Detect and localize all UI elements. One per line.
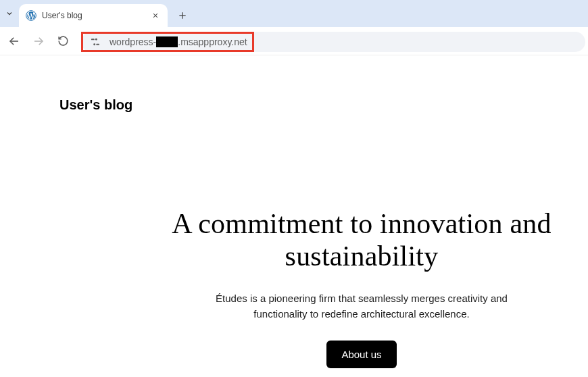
- svg-point-8: [95, 38, 97, 40]
- back-button[interactable]: [3, 30, 26, 53]
- browser-tab[interactable]: User's blog: [19, 4, 168, 27]
- url-text: wordpress-.msappproxy.net: [109, 36, 247, 47]
- hero-subtitle: Études is a pioneering firm that seamles…: [135, 291, 588, 322]
- url-redacted: [156, 36, 178, 47]
- browser-toolbar: wordpress-.msappproxy.net: [0, 27, 588, 55]
- site-controls-icon[interactable]: [89, 36, 101, 48]
- hero-section: A commitment to innovation and sustainab…: [0, 113, 588, 368]
- close-tab-icon[interactable]: [150, 10, 161, 21]
- svg-rect-9: [96, 43, 99, 45]
- hero-sub-line2: functionality to redefine architectural …: [253, 308, 469, 320]
- hero-heading: A commitment to innovation and sustainab…: [135, 207, 588, 273]
- wordpress-icon: [26, 10, 36, 21]
- url-prefix: wordpress-: [109, 36, 156, 47]
- about-us-button[interactable]: About us: [326, 341, 396, 368]
- reload-button[interactable]: [51, 30, 74, 53]
- tab-strip: User's blog: [0, 0, 588, 27]
- window-menu-chevron[interactable]: [0, 0, 19, 27]
- site-header: User's blog: [0, 55, 588, 113]
- svg-point-10: [93, 43, 95, 45]
- new-tab-button[interactable]: [173, 6, 192, 25]
- tab-title: User's blog: [42, 11, 145, 20]
- hero-sub-line1: Études is a pioneering firm that seamles…: [216, 293, 508, 304]
- forward-button[interactable]: [27, 30, 50, 53]
- site-title: User's blog: [59, 97, 588, 113]
- svg-rect-7: [91, 39, 95, 40]
- url-suffix: .msappproxy.net: [178, 36, 247, 47]
- hero-heading-line2: sustainability: [285, 241, 439, 272]
- hero-heading-line1: A commitment to innovation and: [172, 208, 551, 239]
- page-content: User's blog A commitment to innovation a…: [0, 55, 588, 377]
- address-bar[interactable]: wordpress-.msappproxy.net: [81, 32, 585, 52]
